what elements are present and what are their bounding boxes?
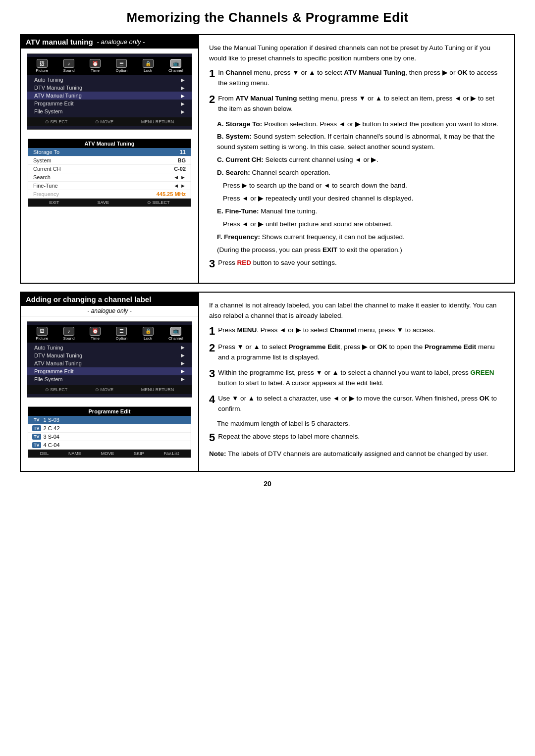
s2-step5-block: 5 Repeat the above steps to label more c…	[209, 432, 504, 444]
sub-item-c: C. Current CH: Selects current channel u…	[217, 155, 504, 165]
step1-text: In Channel menu, press ▼ or ▲ to select …	[218, 68, 504, 89]
section1-header-label: ATV manual tuning	[26, 38, 93, 46]
prog-tv-badge-2: TV	[32, 425, 41, 431]
menu-item-dtv-manual: DTV Manual Tuning ▶	[27, 84, 192, 92]
s2-step5-text: Repeat the above steps to label more cha…	[218, 432, 504, 442]
s2-menu-icon-option: ☰ Option	[116, 327, 128, 341]
section2-right: If a channel is not already labeled, you…	[199, 293, 514, 471]
s2-channel-icon: 📺	[170, 327, 181, 336]
pe-footer-move: MOVE	[101, 451, 114, 456]
menu-icon-option: ☰ Option	[116, 59, 128, 73]
s2-step4-number: 4	[209, 394, 215, 405]
prog-edit-row-4: TV 4 C-04	[28, 441, 191, 450]
page-title: Memorizing the Channels & Programme Edit	[20, 10, 515, 25]
page-container: Memorizing the Channels & Programme Edit…	[0, 0, 535, 756]
s2-menu-icon-time: ⏰ Time	[90, 327, 101, 341]
s2-step4-text: Use ▼ or ▲ to select a character, use ◄ …	[218, 394, 504, 414]
sub-menu-row-search: Search ◄ ►	[28, 173, 191, 182]
section1-analogue-tag: - analogue only -	[97, 38, 145, 46]
menu-icon-picture-label: Picture	[36, 68, 48, 73]
sub-menu-search-val: ◄ ►	[173, 174, 186, 180]
step2-block: 2 From ATV Manual Tuning setting menu, p…	[209, 94, 504, 114]
menu-icon-picture: 🖼 Picture	[36, 59, 48, 73]
menu-item-atv-manual: ATV Manual Tuning ▶	[27, 92, 192, 100]
s2-step2-block: 2 Press ▼ or ▲ to select Programme Edit,…	[209, 342, 504, 363]
s2-programme-edit-arrow: ▶	[181, 368, 185, 374]
prog-tv-badge-3: TV	[32, 434, 41, 440]
s2-menu-icon-sound: ♪ Sound	[63, 327, 75, 341]
sub-menu-frequency-val: 445.25 MHz	[157, 191, 186, 197]
sub-footer-select: ⊙ SELECT	[147, 200, 170, 205]
prog-edit-label-2: 2 C-42	[44, 425, 60, 431]
section1-menu-mockup: 🖼 Picture ♪ Sound ⏰ Time ☰	[27, 53, 192, 130]
s2-step2-text: Press ▼ or ▲ to select Programme Edit, p…	[218, 342, 504, 363]
s2-menu-item-programme-edit: Programme Edit ▶	[27, 367, 192, 375]
s2-menu-item-programme-edit-label: Programme Edit	[34, 368, 73, 374]
sub-item-d1: Press ▶ to search up the band or ◄ to se…	[223, 181, 504, 191]
footer-select: ⊙ SELECT	[45, 119, 68, 124]
exit-note: (During the process, you can press EXIT …	[217, 245, 504, 255]
s2-menu-icon-lock-label: Lock	[144, 336, 152, 341]
menu-item-dtv-manual-label: DTV Manual Tuning	[34, 85, 82, 91]
sub-menu-storage-label: Storage To	[33, 149, 59, 155]
menu-item-auto-tuning-label: Auto Tuning	[34, 77, 63, 83]
menu-item-auto-tuning-arrow: ▶	[181, 77, 185, 83]
s2-file-system-arrow: ▶	[181, 376, 185, 382]
s2-menu-icon-lock: 🔒 Lock	[143, 327, 154, 341]
s2-menu-item-file-system-label: File System	[34, 376, 62, 382]
channel-icon: 📺	[170, 59, 181, 68]
section2-left: Adding or changing a channel label - ana…	[21, 293, 199, 471]
sub-menu-storage-val: 11	[180, 149, 186, 155]
prog-edit-menu: Programme Edit TV 1 S-03 TV 2 C-42 TV 3 …	[28, 406, 191, 458]
s2-step1-number: 1	[209, 325, 215, 337]
s2-menu-icon-channel-label: Channel	[168, 336, 183, 341]
section1-header: ATV manual tuning - analogue only -	[21, 35, 198, 49]
prog-edit-row-2: TV 2 C-42	[28, 424, 191, 433]
sub-item-e: E. Fine-Tune: Manual fine tuning.	[217, 206, 504, 217]
s2-menu-item-dtv-manual: DTV Manual Tuning ▶	[27, 352, 192, 359]
step3-text: Press RED button to save your settings.	[218, 258, 504, 268]
s2-menu-icon-picture: 🖼 Picture	[36, 327, 48, 341]
s2-menu-icon-sound-label: Sound	[63, 336, 75, 341]
section2-menu-footer: ⊙ SELECT ⊙ MOVE MENU RETURN	[27, 385, 192, 394]
s2-footer-move: ⊙ MOVE	[95, 387, 113, 392]
s2-step5-number: 5	[209, 432, 215, 444]
s2-sound-icon: ♪	[63, 327, 74, 336]
menu-icon-time-label: Time	[91, 68, 99, 73]
menu-item-atv-manual-label: ATV Manual Tuning	[34, 93, 82, 99]
section1-intro: Use the Manual Tuning operation if desir…	[209, 43, 504, 64]
lock-icon: 🔒	[143, 59, 154, 68]
sub-menu-current-ch-val: C-02	[174, 166, 186, 172]
option-icon: ☰	[116, 59, 127, 68]
section1-menu-footer: ⊙ SELECT ⊙ MOVE MENU RETURN	[27, 117, 192, 126]
sub-menu-row-current-ch: Current CH C-02	[28, 165, 191, 173]
menu-item-programme-edit-label: Programme Edit	[34, 101, 73, 106]
step1-block: 1 In Channel menu, press ▼ or ▲ to selec…	[209, 68, 504, 89]
s2-step1-block: 1 Press MENU. Press ◄ or ▶ to select Cha…	[209, 325, 504, 337]
footer-move: ⊙ MOVE	[95, 119, 113, 124]
sub-menu-row-system: System BG	[28, 156, 191, 165]
menu-item-atv-manual-arrow: ▶	[181, 93, 185, 99]
prog-edit-footer: DEL NAME MOVE SKIP Fav.List	[28, 450, 191, 457]
sub-item-a: A. Storage To: Position selection. Press…	[217, 119, 504, 130]
menu-icon-lock: 🔒 Lock	[143, 59, 154, 73]
prog-tv-badge-1: TV	[32, 417, 41, 423]
section2-analogue-tag: - analogue only -	[21, 306, 198, 316]
sub-footer-save: SAVE	[98, 200, 109, 205]
sub-menu-system-val: BG	[178, 157, 186, 163]
prog-edit-row-1: TV 1 S-03	[28, 416, 191, 424]
menu-icon-channel: 📺 Channel	[168, 59, 183, 73]
atv-sub-menu-title: ATV Manual Tuning	[28, 139, 191, 148]
s2-menu-icon-channel: 📺 Channel	[168, 327, 183, 341]
s2-step4b: The maximum length of label is 5 charact…	[217, 419, 504, 429]
prog-edit-label-4: 4 C-04	[44, 442, 60, 448]
s2-footer-select: ⊙ SELECT	[45, 387, 68, 392]
menu-icon-time: ⏰ Time	[90, 59, 101, 73]
step3-number: 3	[209, 258, 215, 270]
prog-tv-badge-4: TV	[32, 442, 41, 448]
section2-header-label: Adding or changing a channel label	[26, 295, 151, 303]
prog-edit-label-3: 3 S-04	[44, 434, 59, 440]
s2-picture-icon: 🖼	[37, 327, 48, 336]
section2-note: Note: The labels of DTV channels are aut…	[209, 449, 504, 459]
menu-item-programme-edit-arrow: ▶	[181, 101, 185, 106]
